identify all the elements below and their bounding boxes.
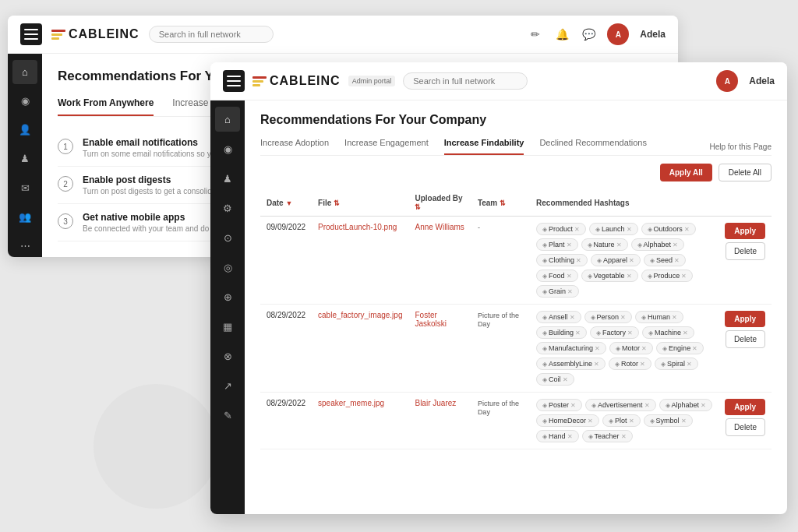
front-tab-declined[interactable]: Declined Recommendations <box>539 138 647 155</box>
front-sidebar-network[interactable]: ⊗ <box>215 344 240 368</box>
col-file[interactable]: File ⇅ <box>312 189 408 217</box>
hashtag-close[interactable]: ✕ <box>616 241 622 248</box>
hashtag-close[interactable]: ✕ <box>570 402 576 409</box>
delete-all-button[interactable]: Delete All <box>719 164 772 181</box>
file-link[interactable]: ProductLaunch-10.png <box>318 223 397 231</box>
edit-icon[interactable]: ✏ <box>528 26 543 42</box>
front-sidebar-share[interactable]: ↗ <box>215 373 240 398</box>
table-row: 08/29/2022 cable_factory_image.jpg Foste… <box>260 305 772 393</box>
bell-icon[interactable]: 🔔 <box>554 26 570 42</box>
front-sidebar-pen[interactable]: ✎ <box>215 403 240 428</box>
hashtag-close[interactable]: ✕ <box>644 402 650 409</box>
sidebar-more[interactable]: ⋯ <box>12 234 37 257</box>
back-tab-work-from-anywhere[interactable]: Work From Anywhere <box>58 97 154 116</box>
hashtag-close[interactable]: ✕ <box>575 329 581 336</box>
front-tab-increase-adoption[interactable]: Increase Adoption <box>260 138 329 155</box>
sidebar-globe[interactable]: ◉ <box>12 89 37 113</box>
delete-row-button[interactable]: Delete <box>726 418 765 436</box>
hashtag-close[interactable]: ✕ <box>627 329 633 336</box>
hashtag-icon: ◈ <box>542 433 547 440</box>
front-sidebar-settings[interactable]: ⚙ <box>215 196 240 220</box>
hashtag-close[interactable]: ✕ <box>641 345 647 352</box>
apply-row-button[interactable]: Apply <box>725 223 765 239</box>
hashtag-close[interactable]: ✕ <box>687 361 692 368</box>
hashtag-close[interactable]: ✕ <box>563 376 568 383</box>
hashtag-close[interactable]: ✕ <box>673 241 678 248</box>
hashtag-close[interactable]: ✕ <box>627 273 632 280</box>
hashtag-close[interactable]: ✕ <box>567 241 572 248</box>
sidebar-mail[interactable]: ✉ <box>12 176 37 200</box>
front-sidebar-eye[interactable]: ◎ <box>215 255 240 280</box>
front-tab-increase-engagement[interactable]: Increase Engagement <box>344 138 429 155</box>
avatar[interactable]: A <box>607 23 629 45</box>
front-sidebar-home[interactable]: ⌂ <box>215 107 240 132</box>
hashtag-close[interactable]: ✕ <box>672 314 677 321</box>
help-link[interactable]: Help for this Page <box>710 143 772 151</box>
hamburger-button[interactable] <box>20 23 42 45</box>
front-sidebar-people[interactable]: ♟ <box>215 166 240 191</box>
back-search-input[interactable] <box>149 26 274 43</box>
hashtag-close[interactable]: ✕ <box>692 345 697 352</box>
front-logo-line-1 <box>252 76 267 79</box>
front-logo-text: CABLEINC <box>270 74 341 88</box>
front-search-input[interactable] <box>403 72 528 90</box>
sidebar-people[interactable]: 👤 <box>12 118 37 142</box>
apply-row-button[interactable]: Apply <box>725 311 765 327</box>
delete-row-button[interactable]: Delete <box>726 242 765 260</box>
hashtag-close[interactable]: ✕ <box>627 226 632 233</box>
hashtag: ◈Hand ✕ <box>536 430 579 442</box>
hashtag-close[interactable]: ✕ <box>684 226 690 233</box>
hashtag-close[interactable]: ✕ <box>620 314 626 321</box>
sidebar-home[interactable]: ⌂ <box>12 60 37 84</box>
hashtag-close[interactable]: ✕ <box>576 257 581 264</box>
front-avatar[interactable]: A <box>716 70 738 92</box>
front-header: CABLEINC Admin portal A Adela <box>210 62 787 100</box>
hashtag-close[interactable]: ✕ <box>681 417 687 425</box>
hashtag: ◈Spiral ✕ <box>655 358 698 370</box>
team-tag: - <box>478 224 480 231</box>
front-sidebar-circle[interactable]: ⊙ <box>215 225 240 250</box>
hashtag-icon: ◈ <box>542 226 547 233</box>
hashtag-icon: ◈ <box>609 417 613 425</box>
file-link[interactable]: cable_factory_image.jpg <box>318 311 402 319</box>
logo-line-2 <box>51 33 62 36</box>
hashtag-close[interactable]: ✕ <box>621 433 627 440</box>
hashtag-close[interactable]: ✕ <box>594 361 599 368</box>
front-window: CABLEINC Admin portal A Adela ⌂ ◉ ♟ ⚙ ⊙ … <box>210 62 787 514</box>
front-sidebar-shield[interactable]: ⊕ <box>215 284 240 309</box>
hashtag-close[interactable]: ✕ <box>567 288 573 295</box>
hashtag: ◈Rotor ✕ <box>609 358 651 370</box>
hashtag-close[interactable]: ✕ <box>567 273 572 280</box>
col-date[interactable]: Date ▼ <box>260 189 312 217</box>
apply-all-button[interactable]: Apply All <box>660 164 712 181</box>
col-team[interactable]: Team ⇅ <box>471 189 530 217</box>
cell-actions: Apply Delete <box>719 217 772 305</box>
hashtag-close[interactable]: ✕ <box>595 345 600 352</box>
delete-row-button[interactable]: Delete <box>726 330 765 348</box>
hashtag: ◈Grain ✕ <box>536 285 579 298</box>
front-sidebar-calendar[interactable]: ▦ <box>215 314 240 339</box>
cell-uploader: Blair Juarez <box>408 393 471 449</box>
hashtag-close[interactable]: ✕ <box>629 417 634 425</box>
hashtag-close[interactable]: ✕ <box>701 402 706 409</box>
apply-row-button[interactable]: Apply <box>725 399 765 415</box>
sidebar-network[interactable]: ♟ <box>12 146 37 171</box>
chat-icon[interactable]: 💬 <box>581 26 596 42</box>
hashtag-close[interactable]: ✕ <box>574 226 580 233</box>
front-hamburger-button[interactable] <box>223 70 245 92</box>
hashtag-close[interactable]: ✕ <box>570 314 575 321</box>
hashtag-close[interactable]: ✕ <box>629 257 634 264</box>
hashtag-close[interactable]: ✕ <box>640 361 645 368</box>
hashtag-close[interactable]: ✕ <box>681 273 687 280</box>
hashtag-close[interactable]: ✕ <box>588 417 593 425</box>
front-tab-increase-findability[interactable]: Increase Findability <box>444 138 524 155</box>
hashtag-close[interactable]: ✕ <box>567 433 573 440</box>
hashtag-close[interactable]: ✕ <box>683 329 688 336</box>
sidebar-user[interactable]: 👥 <box>12 205 37 229</box>
uploader-sort-icon: ⇅ <box>415 203 421 211</box>
hashtag-close[interactable]: ✕ <box>674 257 680 264</box>
hashtag-icon: ◈ <box>542 314 547 321</box>
front-sidebar-globe[interactable]: ◉ <box>215 136 240 161</box>
file-link[interactable]: speaker_meme.jpg <box>318 399 384 407</box>
col-uploaded-by[interactable]: Uploaded By ⇅ <box>408 189 471 217</box>
